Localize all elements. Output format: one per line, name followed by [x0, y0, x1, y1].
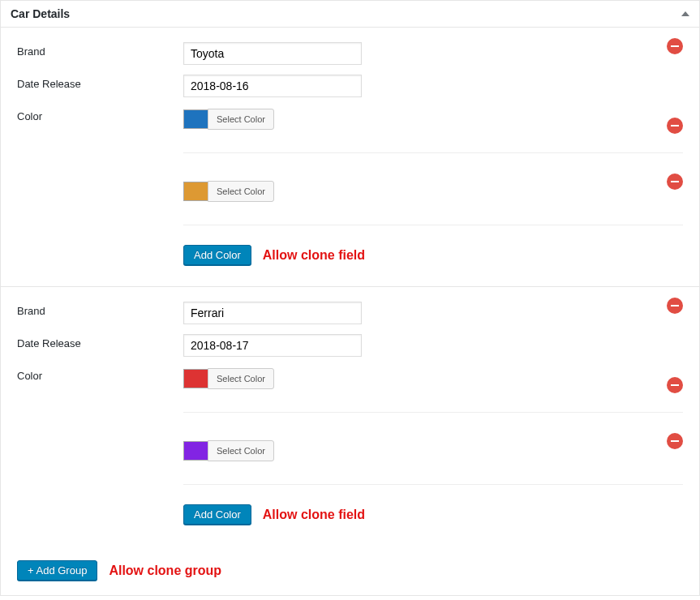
remove-color-button[interactable]	[667, 376, 683, 393]
field-row-brand: Brand	[17, 37, 683, 70]
select-color-button[interactable]: Select Color	[208, 181, 274, 202]
field-label-brand: Brand	[17, 302, 183, 317]
annotation-clone-field: Allow clone field	[263, 508, 365, 522]
group-row: Brand Date Release Color Select C	[1, 287, 699, 546]
annotation-clone-group: Allow clone group	[109, 564, 221, 578]
color-swatch[interactable]	[183, 441, 208, 461]
add-color-button[interactable]: Add Color	[183, 245, 251, 265]
color-item: Select Color	[183, 109, 683, 153]
field-label-date-release: Date Release	[17, 334, 183, 349]
select-color-button[interactable]: Select Color	[208, 109, 274, 130]
brand-input[interactable]	[183, 42, 362, 65]
field-row-date-release: Date Release	[17, 70, 683, 102]
car-details-metabox: Car Details Brand Date Release Colo	[0, 0, 700, 596]
field-label-color: Color	[17, 107, 183, 122]
field-row-date-release: Date Release	[17, 329, 683, 362]
group-row: Brand Date Release Color Select C	[1, 28, 699, 287]
field-row-brand: Brand	[17, 297, 683, 329]
metabox-title: Car Details	[11, 7, 70, 20]
add-color-button[interactable]: Add Color	[183, 504, 251, 525]
metabox-header[interactable]: Car Details	[1, 1, 699, 28]
minus-icon	[667, 433, 683, 449]
metabox-body: Brand Date Release Color Select C	[1, 28, 699, 595]
select-color-button[interactable]: Select Color	[208, 368, 274, 389]
field-label-date-release: Date Release	[17, 75, 183, 90]
field-label-brand: Brand	[17, 42, 183, 58]
color-swatch[interactable]	[183, 369, 208, 388]
date-release-input[interactable]	[183, 75, 362, 97]
remove-color-button[interactable]	[667, 117, 683, 134]
collapse-icon[interactable]	[681, 11, 689, 16]
color-item: Select Color	[183, 368, 683, 413]
color-item: Select Color	[183, 165, 683, 225]
minus-icon	[667, 377, 683, 393]
minus-icon	[667, 174, 683, 190]
remove-color-button[interactable]	[667, 432, 683, 449]
color-swatch[interactable]	[183, 109, 208, 129]
minus-icon	[667, 118, 683, 134]
date-release-input[interactable]	[183, 334, 362, 357]
brand-input[interactable]	[183, 302, 362, 324]
field-row-color: Color Select Color	[17, 102, 683, 270]
add-group-button[interactable]: + Add Group	[17, 560, 97, 581]
metabox-footer: + Add Group Allow clone group	[1, 546, 699, 595]
color-item: Select Color	[183, 424, 683, 485]
remove-color-button[interactable]	[667, 173, 683, 190]
select-color-button[interactable]: Select Color	[208, 440, 274, 461]
color-swatch[interactable]	[183, 182, 208, 201]
annotation-clone-field: Allow clone field	[263, 248, 365, 263]
field-label-color: Color	[17, 366, 183, 382]
field-row-color: Color Select Color	[17, 362, 683, 529]
